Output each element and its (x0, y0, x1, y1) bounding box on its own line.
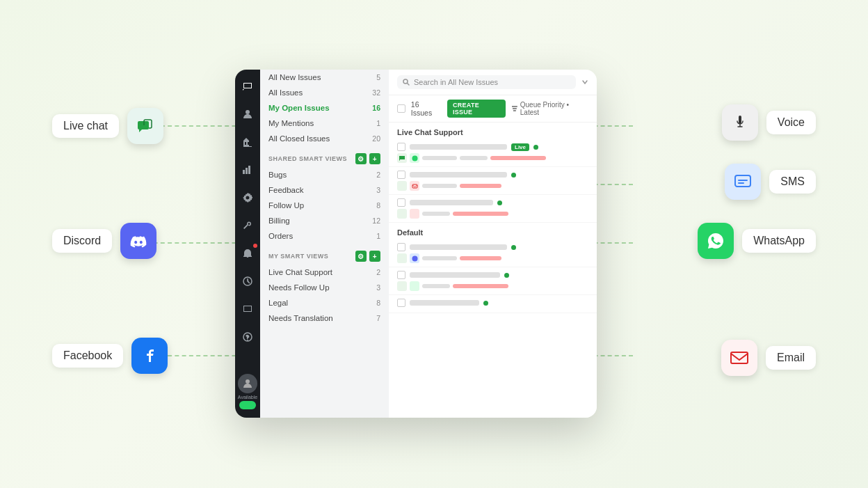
nav-my-mentions[interactable]: My Mentions 1 (260, 116, 389, 131)
sidebar-messages-icon[interactable] (239, 301, 256, 317)
nav-all-new-issues-count: 5 (376, 73, 380, 81)
create-issue-button[interactable]: CREATE ISSUE (447, 100, 506, 118)
table-row[interactable] (389, 267, 597, 295)
issue-checkbox[interactable] (397, 198, 405, 207)
issue-checkbox[interactable] (397, 243, 405, 251)
issue-checkbox[interactable] (397, 271, 405, 279)
nav-my-mentions-label: My Mentions (268, 119, 314, 127)
select-all-checkbox[interactable] (397, 104, 405, 113)
nav-all-issues[interactable]: All Issues 32 (260, 85, 389, 100)
channel-badge-email (410, 181, 419, 191)
live-badge: Live (511, 143, 529, 151)
nav-live-chat-support[interactable]: Live Chat Support 2 (260, 265, 389, 280)
voice-icon (722, 104, 758, 141)
nav-legal[interactable]: Legal 8 (260, 295, 389, 310)
issue-title-bar (410, 272, 500, 278)
nav-all-closed-issues[interactable]: All Closed Issues 20 (260, 131, 389, 146)
search-icon (403, 79, 410, 86)
sidebar-analytics-icon[interactable] (239, 162, 256, 178)
time-bar (490, 156, 546, 160)
svg-rect-8 (412, 184, 417, 188)
time-bar (460, 256, 501, 260)
table-row[interactable] (389, 167, 597, 195)
live-chat-section-label: Live Chat Support (389, 123, 597, 139)
nav-feedback[interactable]: Feedback 3 (260, 182, 389, 198)
sidebar-tools-icon[interactable] (239, 217, 256, 234)
sidebar-help-icon[interactable] (239, 329, 256, 345)
shared-settings-icon[interactable]: ⚙ (355, 153, 367, 164)
channel-badge-wa (410, 153, 419, 163)
sidebar-contacts-icon[interactable] (239, 106, 256, 123)
channel-badge-wa (410, 281, 419, 291)
status-dot (533, 145, 538, 150)
table-row[interactable] (389, 295, 597, 313)
status-dot (483, 301, 488, 306)
table-row[interactable]: Live (389, 139, 597, 167)
nav-bugs-count: 2 (376, 171, 380, 179)
agent-bar (422, 184, 457, 188)
nav-my-open-issues-label: My Open Issues (268, 104, 330, 112)
nav-my-mentions-count: 1 (376, 119, 380, 127)
nav-follow-up-count: 8 (376, 201, 380, 210)
main-header: Search in All New Issues (389, 70, 597, 95)
sidebar-notifications-icon[interactable] (239, 245, 256, 262)
facebook-label: Facebook (52, 344, 123, 368)
sort-icon (511, 105, 518, 112)
my-add-icon[interactable]: + (369, 251, 380, 262)
sidebar-settings-icon[interactable] (239, 189, 256, 206)
sms-label: SMS (769, 170, 816, 194)
channel-facebook: Facebook (52, 338, 168, 374)
nav-billing[interactable]: Billing 12 (260, 213, 389, 228)
main-content: Search in All New Issues 16 Issues CREAT… (389, 70, 597, 418)
whatsapp-icon (698, 223, 734, 259)
channel-discord: Discord (52, 223, 156, 259)
sort-button[interactable]: Queue Priority • Latest (511, 101, 588, 116)
issue-checkbox[interactable] (397, 171, 405, 179)
issues-count: 16 Issues (411, 100, 442, 117)
nav-my-open-issues[interactable]: My Open Issues 16 (260, 100, 389, 116)
nav-all-new-issues[interactable]: All New Issues 5 (260, 70, 389, 85)
channel-badge-discord (410, 253, 419, 263)
table-row[interactable] (389, 239, 597, 267)
nav-needs-translation[interactable]: Needs Translation 7 (260, 310, 389, 326)
nav-legal-count: 8 (376, 299, 380, 307)
svg-point-5 (246, 379, 250, 384)
nav-needs-follow-up[interactable]: Needs Follow Up 3 (260, 280, 389, 295)
status-available-text: Available (238, 395, 257, 400)
sidebar-history-icon[interactable] (239, 273, 256, 290)
channel-sms: SMS (725, 164, 816, 200)
nav-bugs-label: Bugs (268, 171, 287, 179)
nav-all-issues-count: 32 (372, 88, 380, 97)
sidebar-reports-icon[interactable] (239, 134, 256, 150)
dropdown-icon[interactable] (581, 79, 588, 86)
channel-badge-chat (397, 209, 407, 219)
nav-orders[interactable]: Orders 1 (260, 228, 389, 244)
shared-add-icon[interactable]: + (369, 153, 380, 164)
time-bar (453, 284, 508, 288)
sidebar-conversations-icon[interactable] (239, 78, 256, 95)
issue-checkbox[interactable] (397, 299, 405, 307)
sidebar-avatar[interactable] (238, 374, 257, 393)
table-row[interactable] (389, 195, 597, 223)
nav-feedback-label: Feedback (268, 186, 304, 194)
issue-checkbox[interactable] (397, 143, 405, 151)
nav-follow-up[interactable]: Follow Up 8 (260, 198, 389, 213)
my-settings-icon[interactable]: ⚙ (355, 251, 367, 262)
search-bar[interactable]: Search in All New Issues (397, 75, 576, 89)
live-chat-icon (127, 108, 163, 144)
issue-title-bar (410, 300, 479, 306)
status-toggle[interactable] (239, 401, 256, 409)
email-label: Email (766, 346, 816, 370)
nav-legal-label: Legal (268, 299, 288, 307)
nav-orders-label: Orders (268, 232, 293, 240)
nav-live-chat-support-count: 2 (376, 268, 380, 276)
agent-bar (422, 156, 457, 160)
nav-all-issues-label: All Issues (268, 88, 303, 97)
search-placeholder: Search in All New Issues (414, 78, 498, 86)
toolbar: 16 Issues CREATE ISSUE Queue Priority • … (389, 95, 597, 123)
discord-label: Discord (52, 229, 112, 253)
nav-bugs[interactable]: Bugs 2 (260, 167, 389, 182)
agent-bar (422, 284, 450, 288)
nav-needs-follow-up-count: 3 (376, 283, 380, 292)
nav-needs-translation-count: 7 (376, 314, 380, 322)
